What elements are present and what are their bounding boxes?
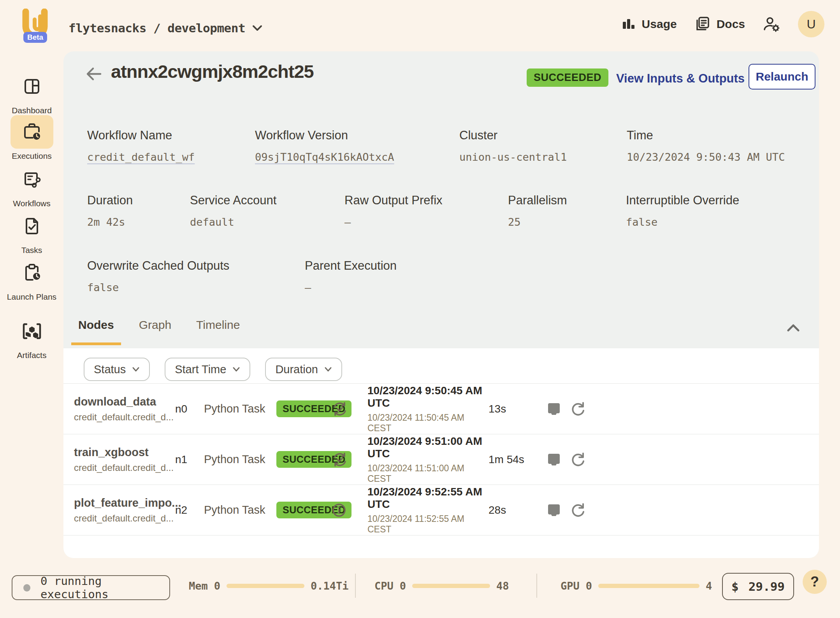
filter-duration[interactable]: Duration (265, 358, 342, 381)
docs-label: Docs (717, 18, 745, 31)
redo-arrow-icon (570, 401, 586, 417)
meta-row-2: Duration 2m 42s Service Account default … (63, 193, 819, 244)
running-executions-pill[interactable]: 0 running executions (12, 575, 170, 600)
tab-nodes[interactable]: Nodes (71, 316, 121, 345)
meter-label: Mem (189, 580, 208, 592)
view-logs-button[interactable] (545, 401, 570, 417)
chevron-down-icon (252, 25, 262, 32)
tab-timeline[interactable]: Timeline (189, 316, 247, 345)
sidebar-item-launch-plans[interactable]: Launch Plans (0, 256, 63, 302)
view-logs-button[interactable] (545, 451, 570, 468)
admin-settings-button[interactable] (762, 16, 781, 33)
meter-value: 0 (586, 580, 592, 592)
field-label: Raw Output Prefix (344, 193, 443, 207)
meter-max: 0.14Ti (311, 580, 349, 592)
chevron-down-icon (324, 367, 332, 372)
sidebar-item-executions[interactable]: Executions (0, 115, 63, 161)
field-label: Parent Execution (305, 259, 397, 273)
union-logo[interactable]: Beta (17, 9, 54, 44)
avatar[interactable]: U (798, 11, 824, 37)
execution-title: atnnx2cwgmjx8m2cht25 (111, 61, 314, 82)
execution-detail-card: atnnx2cwgmjx8m2cht25 SUCCEEDED View Inpu… (63, 51, 819, 558)
time-value: 10/23/2024 9:50:43 AM UTC (627, 151, 785, 163)
monitor-icon (545, 502, 563, 518)
collapse-panel-button[interactable] (784, 320, 803, 335)
cpu-meter: CPU 0 48 (374, 580, 509, 592)
parent-execution-value: – (305, 281, 397, 293)
filter-label: Duration (275, 363, 318, 376)
filter-start-time[interactable]: Start Time (165, 358, 250, 381)
sidebar-item-dashboard[interactable]: Dashboard (0, 70, 63, 116)
filter-status[interactable]: Status (84, 358, 150, 381)
view-logs-button[interactable] (545, 502, 570, 518)
node-type: Python Task (204, 453, 276, 466)
sidebar-item-artifacts[interactable]: Artifacts (0, 314, 63, 360)
chevron-down-icon (132, 367, 140, 372)
monitor-icon (545, 401, 563, 417)
meter-label: GPU (561, 580, 580, 592)
divider (355, 574, 356, 598)
sidebar-item-tasks[interactable]: Tasks (0, 209, 63, 255)
cost-button[interactable]: $ 29.99 (722, 573, 794, 600)
tabs: Nodes Graph Timeline (71, 316, 258, 345)
relaunch-node-button[interactable] (570, 401, 819, 417)
node-name-link[interactable]: download_data (74, 395, 175, 408)
field-label: Parallelism (508, 193, 567, 207)
field-interruptible-override: Interruptible Override false (626, 193, 739, 228)
field-service-account: Service Account default (190, 193, 276, 228)
node-row: plot_feature_impo... credit_default.cred… (63, 485, 819, 535)
gpu-meter-bar (598, 584, 699, 588)
sidebar-item-label: Executions (0, 151, 63, 161)
relaunch-label: Relaunch (756, 70, 808, 83)
top-bar: Beta flytesnacks / development Usage Doc (0, 0, 840, 48)
usage-button[interactable]: Usage (621, 16, 677, 32)
help-button[interactable]: ? (803, 570, 827, 594)
node-type: Python Task (204, 402, 276, 415)
node-name-link[interactable]: plot_feature_impo... (74, 497, 175, 509)
sidebar-item-label: Workflows (0, 198, 63, 209)
bar-chart-icon (621, 16, 636, 32)
field-label: Cluster (459, 128, 567, 142)
field-parent-execution: Parent Execution – (305, 259, 397, 293)
node-start-time-utc: 10/23/2024 9:50:45 AM UTC (367, 384, 489, 409)
duration-value: 2m 42s (87, 216, 133, 228)
node-duration: 13s (489, 403, 545, 415)
filter-label: Status (94, 363, 126, 376)
dashboard-icon (11, 70, 53, 103)
artifacts-icon (11, 314, 53, 348)
executions-icon (11, 115, 53, 149)
field-label: Overwrite Cached Outputs (87, 259, 229, 273)
relaunch-node-button[interactable] (570, 451, 819, 468)
node-name-link[interactable]: train_xgboost (74, 446, 175, 459)
beta-badge: Beta (23, 32, 47, 43)
breadcrumb-text: flytesnacks / development (69, 21, 245, 35)
node-type: Python Task (204, 504, 276, 516)
workflow-version-link[interactable]: 09sjT10qTq4sK16kAOtxcA (255, 151, 394, 163)
node-start-time-local: 10/23/2024 11:50:45 AM CEST (367, 413, 489, 434)
node-start-time-utc: 10/23/2024 9:51:00 AM UTC (367, 435, 489, 460)
view-inputs-outputs-link[interactable]: View Inputs & Outputs (616, 72, 745, 86)
back-button[interactable] (84, 65, 103, 83)
meter-max: 48 (496, 580, 509, 592)
node-start-time-local: 10/23/2024 11:51:00 AM CEST (367, 463, 489, 484)
sidebar-item-workflows[interactable]: Workflows (0, 163, 63, 209)
execution-status-badge: SUCCEEDED (527, 68, 608, 87)
breadcrumb[interactable]: flytesnacks / development (69, 21, 262, 35)
workflows-icon (11, 163, 53, 196)
meta-row-3: Overwrite Cached Outputs false Parent Ex… (63, 259, 819, 309)
node-id: n1 (175, 453, 204, 466)
nodes-table: download_data credit_default.credit_d...… (63, 383, 819, 535)
node-id: n0 (175, 403, 204, 415)
status-bar: 0 running executions Mem 0 0.14Ti CPU 0 … (0, 570, 840, 613)
raw-output-prefix-value: – (344, 216, 443, 228)
gpu-meter: GPU 0 4 (561, 580, 712, 592)
relaunch-node-button[interactable] (570, 502, 819, 518)
cost-value: 29.99 (749, 579, 785, 593)
meter-label: CPU (374, 580, 394, 592)
tab-graph[interactable]: Graph (132, 316, 178, 345)
node-duration: 1m 54s (489, 453, 545, 466)
docs-button[interactable]: Docs (694, 16, 745, 33)
workflow-name-link[interactable]: credit_default_wf (87, 151, 195, 163)
relaunch-button[interactable]: Relaunch (749, 64, 815, 90)
field-label: Workflow Version (255, 128, 394, 142)
